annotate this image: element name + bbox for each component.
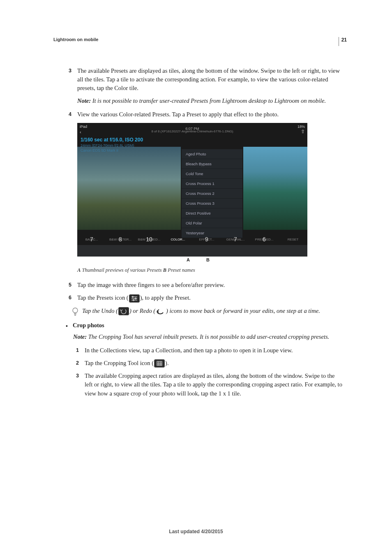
svg-point-6 bbox=[73, 308, 78, 313]
note-transfer-text: It is not possible to transfer user-crea… bbox=[92, 97, 326, 104]
lightbulb-icon bbox=[71, 307, 79, 316]
svg-point-4 bbox=[135, 298, 136, 299]
preset-item: Aged Photo bbox=[182, 149, 242, 159]
presets-icon bbox=[129, 294, 140, 303]
svg-point-5 bbox=[133, 299, 134, 301]
crop-tool-icon bbox=[154, 359, 165, 368]
count: 10 bbox=[135, 236, 164, 244]
step-number-6: 6 bbox=[66, 294, 71, 303]
figure-caption: A Thumbnail previews of various Presets … bbox=[77, 267, 343, 273]
exif-line-1: 1/160 sec at f/16.0, ISO 200 bbox=[81, 137, 143, 143]
tip-mid: ) or Redo ( bbox=[129, 308, 155, 314]
crop-step-2-pre: Tap the Cropping Tool icon ( bbox=[85, 360, 154, 366]
preset-item: Cross Process 3 bbox=[182, 199, 242, 208]
crop-step-1: In the Collections view, tap a Collectio… bbox=[85, 346, 343, 355]
note-label: Note: bbox=[73, 333, 88, 340]
crop-heading: Crop photos bbox=[73, 322, 104, 329]
tip-pre: Tap the Undo ( bbox=[82, 308, 118, 314]
crop-step-3-num: 3 bbox=[73, 372, 79, 398]
exif-line-2: 24mm (EF24-70mm f/2.8L USM) bbox=[81, 143, 134, 148]
step-4-text: View the various Color-related Presets. … bbox=[77, 110, 343, 119]
crop-note-text: The Cropping Tool has several inbuilt pr… bbox=[88, 333, 330, 340]
preset-list: Aged Photo Bleach Bypass Cold Tone Cross… bbox=[182, 149, 242, 238]
callout-B: B bbox=[206, 257, 210, 262]
exif-line-3: Canon EOS 5D Mark II bbox=[81, 148, 118, 153]
device-label: iPad bbox=[80, 125, 87, 129]
app-screenshot: iPad ‹ 6:07 PM 8 of 8 (XP16120227-Argent… bbox=[77, 123, 307, 257]
preset-item: Bleach Bypass bbox=[182, 159, 242, 169]
caption-B-label: B bbox=[163, 267, 166, 273]
svg-point-3 bbox=[132, 296, 133, 297]
preset-item: Direct Positive bbox=[182, 208, 242, 218]
step-number-4: 4 bbox=[66, 110, 71, 119]
tip-undo-redo: Tap the Undo () or Redo () icons to move… bbox=[71, 307, 343, 316]
step-number-3: 3 bbox=[66, 67, 71, 92]
callout-A: A bbox=[187, 257, 190, 262]
preset-item: Cross Process 1 bbox=[182, 179, 242, 189]
tip-post: ) icons to move back or forward in your … bbox=[166, 308, 320, 314]
screenshot-figure: iPad ‹ 6:07 PM 8 of 8 (XP16120227-Argent… bbox=[77, 123, 343, 266]
caption-A-text: Thumbnail previews of various Presets bbox=[81, 267, 163, 273]
preset-counts: 7 8 10 9 7 6 bbox=[77, 236, 307, 244]
screenshot-footer-bar bbox=[77, 245, 307, 257]
count: 6 bbox=[250, 236, 279, 244]
step-6-pre: Tap the Presets icon ( bbox=[77, 294, 129, 301]
page-number: 21 bbox=[339, 37, 347, 46]
share-icon: ⇧ bbox=[301, 129, 305, 134]
count: 7 bbox=[77, 236, 106, 244]
crop-step-3: The available Cropping aspect ratios are… bbox=[85, 372, 343, 398]
step-number-5: 5 bbox=[66, 281, 71, 289]
step-3-text: The available Presets are displayed as t… bbox=[77, 67, 343, 92]
crop-note: Note: The Cropping Tool has several inbu… bbox=[73, 333, 343, 341]
bullet-dot: • bbox=[66, 322, 68, 329]
photo-preview-right bbox=[243, 147, 307, 230]
count: 9 bbox=[192, 236, 221, 244]
count: 8 bbox=[106, 236, 135, 244]
note-label: Note: bbox=[77, 97, 92, 104]
crop-step-2-post: ). bbox=[165, 360, 168, 366]
page-footer: Last updated 4/20/2015 bbox=[0, 529, 392, 534]
screenshot-title: 8 of 8 (XP16120227-Argentina-Chimehuin-6… bbox=[151, 130, 233, 133]
count: 7 bbox=[221, 236, 250, 244]
back-icon: ‹ bbox=[80, 130, 81, 134]
svg-rect-7 bbox=[157, 361, 162, 365]
photo-preview-left bbox=[77, 147, 181, 230]
step-5-text: Tap the image with three fingers to see … bbox=[77, 281, 343, 289]
undo-icon bbox=[118, 307, 129, 315]
preset-item: Old Polar bbox=[182, 218, 242, 228]
step-6-post: ), to apply the Preset. bbox=[140, 294, 191, 301]
note-transfer: Note: It is not possible to transfer use… bbox=[77, 97, 343, 105]
battery-label: 18% bbox=[297, 125, 305, 129]
crop-step-2-num: 2 bbox=[73, 359, 79, 368]
preset-item: Cold Tone bbox=[182, 169, 242, 179]
breadcrumb: Lightroom on mobile bbox=[53, 37, 343, 42]
crop-step-1-num: 1 bbox=[73, 346, 79, 355]
caption-B-text: Preset names bbox=[166, 267, 195, 273]
redo-icon bbox=[156, 308, 165, 315]
step-6-text: Tap the Presets icon (), to apply the Pr… bbox=[77, 294, 343, 303]
crop-step-2: Tap the Cropping Tool icon (). bbox=[85, 359, 343, 368]
preset-item: Cross Process 2 bbox=[182, 189, 242, 199]
